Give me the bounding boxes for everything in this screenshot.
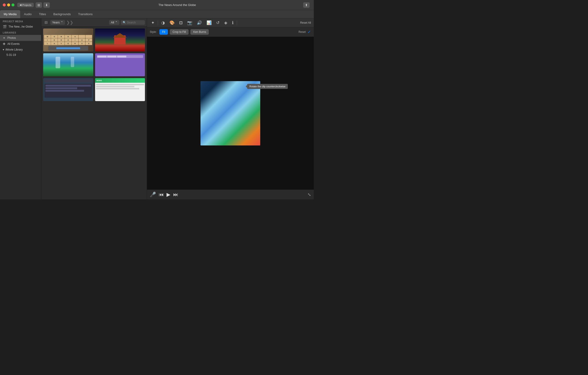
microphone-button[interactable]: 🎤: [150, 192, 156, 198]
traffic-lights: [3, 3, 14, 6]
style-selector: Style: Fit Crop to Fill Ken Burns Reset …: [147, 27, 314, 37]
search-box: 🔍: [121, 20, 145, 25]
skip-forward-button[interactable]: ⏭: [173, 192, 178, 198]
media-panel: ⊟ Years ⌃ ❯ ❯ All ⌃ 🔍 WOR: [41, 18, 147, 199]
sidebar-item-all-events[interactable]: ✚ All Events: [0, 41, 41, 47]
color-correction-button[interactable]: 🎨: [168, 20, 176, 26]
playback-controls: 🎤 ⏮ ▶ ⏭ ⤡: [147, 190, 314, 199]
search-input[interactable]: [127, 21, 143, 24]
storyboard-view-button[interactable]: ⊞: [36, 2, 42, 8]
maximize-button[interactable]: [11, 3, 14, 6]
media-grid: WOR DS IER OIUP LAV ERSE: [41, 27, 147, 199]
close-button[interactable]: [3, 3, 6, 6]
style-confirm-icon[interactable]: ✓: [307, 29, 311, 34]
top-tabs: My Media Audio Titles Backgrounds Transi…: [0, 10, 314, 18]
sidebar-item-photos[interactable]: ✦ Photos: [0, 35, 41, 41]
media-thumb-screenshot2[interactable]: NEWS: [95, 78, 145, 101]
all-events-icon: ✚: [3, 42, 6, 46]
video-viewer[interactable]: Rotate the clip counterclockwise: [147, 37, 314, 190]
titlebar-right: ⬆: [303, 2, 311, 8]
sidebar: PROJECT MEDIA 🎬 The New...he Globe LIBRA…: [0, 18, 41, 199]
tab-my-media[interactable]: My Media: [0, 10, 20, 18]
color-balance-button[interactable]: ◑: [160, 20, 166, 26]
media-toolbar: ⊟ Years ⌃ ❯ ❯ All ⌃ 🔍: [41, 18, 147, 27]
download-button[interactable]: ⬇: [43, 2, 50, 8]
skip-backward-button[interactable]: ⏮: [159, 192, 164, 198]
style-fit-button[interactable]: Fit: [159, 29, 168, 35]
fullscreen-button[interactable]: ⤡: [307, 192, 311, 197]
main-layout: PROJECT MEDIA 🎬 The New...he Globe LIBRA…: [0, 18, 314, 199]
video-preview: Rotate the clip counterclockwise: [200, 81, 260, 145]
speed-button[interactable]: ↺: [215, 20, 221, 26]
media-thumb-waterfall[interactable]: [43, 53, 93, 76]
sidebar-toggle-button[interactable]: ⊟: [43, 20, 49, 25]
equalizer-button[interactable]: 📊: [205, 20, 213, 26]
right-panel: ✦ ◑ 🎨 ⊡ 📷 🔊 📊 ↺ ◈ ℹ Reset All Style: Fit…: [147, 18, 314, 199]
crop-button[interactable]: ⊡: [178, 20, 184, 26]
project-media-label: PROJECT MEDIA: [0, 18, 41, 24]
tab-audio[interactable]: Audio: [20, 10, 35, 18]
camera-button[interactable]: 📷: [186, 20, 194, 26]
sidebar-item-project[interactable]: 🎬 The New...he Globe: [0, 24, 41, 30]
volume-button[interactable]: 🔊: [195, 20, 203, 26]
reset-all-button[interactable]: Reset All: [300, 21, 311, 24]
style-label: Style:: [150, 30, 157, 33]
filter-button[interactable]: ◈: [223, 20, 229, 26]
photos-icon: ✦: [3, 36, 6, 40]
tab-titles[interactable]: Titles: [35, 10, 50, 18]
style-crop-to-fill-button[interactable]: Crop to Fill: [170, 29, 189, 35]
sidebar-item-imovie-library[interactable]: ▾ iMovie Library: [0, 47, 41, 52]
magic-wand-button[interactable]: ✦: [150, 20, 156, 26]
toolbar-divider-2: [237, 21, 237, 25]
media-thumb-snow[interactable]: [95, 29, 145, 52]
media-thumb-purple[interactable]: [95, 53, 145, 76]
tab-backgrounds[interactable]: Backgrounds: [50, 10, 74, 18]
libraries-label: LIBRARIES: [0, 30, 41, 35]
viewer-toolbar: ✦ ◑ 🎨 ⊡ 📷 🔊 📊 ↺ ◈ ℹ Reset All: [147, 18, 314, 27]
minimize-button[interactable]: [7, 3, 10, 6]
media-thumb-scrabble[interactable]: WOR DS IER OIUP LAV ERSE: [43, 29, 93, 52]
tab-transitions[interactable]: Transitions: [74, 10, 96, 18]
breadcrumb-arrows: ❯ ❯: [66, 20, 73, 25]
style-ken-burns-button[interactable]: Ken Burns: [190, 29, 209, 35]
info-button[interactable]: ℹ: [231, 20, 235, 26]
titlebar: ◀ Projects ⊞ ⬇ The News Around the Globe…: [0, 0, 314, 10]
sidebar-item-date[interactable]: 5-31-19: [0, 52, 41, 57]
app-title: The News Around the Globe: [51, 3, 303, 7]
film-icon: 🎬: [3, 25, 7, 29]
media-thumb-screenshot1[interactable]: [43, 78, 93, 101]
years-selector[interactable]: Years ⌃: [50, 20, 65, 25]
toolbar-divider-1: [158, 21, 158, 25]
share-button[interactable]: ⬆: [303, 2, 310, 8]
search-icon: 🔍: [123, 21, 126, 24]
projects-back-button[interactable]: ◀ Projects: [17, 3, 34, 7]
play-button[interactable]: ▶: [167, 192, 170, 198]
filter-selector[interactable]: All ⌃: [109, 20, 119, 25]
style-reset-button[interactable]: Reset: [299, 30, 306, 33]
video-content: [200, 81, 260, 145]
